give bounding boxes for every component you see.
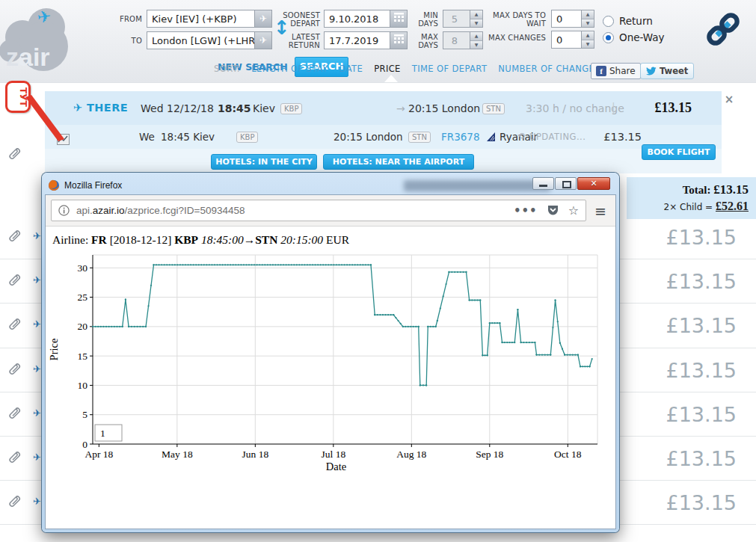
row-price: £13.15 [666,447,737,470]
arrive-airport-badge[interactable]: STN [482,103,505,114]
paperclip-icon[interactable] [6,273,22,289]
firefox-titlebar[interactable]: Mozilla Firefox ✕ [45,176,616,194]
latest-return-value[interactable]: 17.7.2019 [325,32,390,49]
depart-city: Kiev [253,102,275,114]
max-days-to-wait-label: MAX DAYS TO WAIT [492,11,546,28]
paperclip-icon[interactable] [6,406,22,422]
paperclip-icon[interactable] [6,494,22,511]
add-to-airport-icon[interactable]: ✈ [254,32,271,49]
to-field[interactable]: London [LGW] (+LHR ✈ [147,31,272,49]
from-value[interactable]: Kiev [IEV] (+KBP) [147,10,254,27]
url-text[interactable]: api.azair.io/azprice.fcgi?ID=50934458 [76,205,505,216]
to-value[interactable]: London [LGW] (+LHR [147,32,254,49]
max-days-spin-buttons[interactable]: ▲▼ [470,32,482,49]
chart-title-segment: STN [255,233,277,246]
min-days-spin-buttons[interactable]: ▲▼ [470,10,482,27]
url-domain: azair.io [93,205,125,216]
firefox-window[interactable]: Mozilla Firefox ✕ api.azair.io/azprice.f… [42,173,619,532]
tweet-button[interactable]: Tweet [640,63,694,79]
max-days-to-wait-stepper[interactable]: 0 ▲▼ [551,10,594,28]
maximize-button[interactable] [555,177,577,190]
sort-number-of-changes[interactable]: NUMBER OF CHANGES [498,64,600,74]
close-window-button[interactable]: ✕ [577,177,610,190]
changes-down-icon: ▼ [582,40,594,49]
add-from-airport-icon[interactable]: ✈ [254,10,271,27]
chart-title-segment: 20:15:00 [277,233,323,246]
min-days-stepper[interactable]: 5 ▲▼ [443,10,483,28]
oneway-radio[interactable] [603,32,614,43]
max-changes-label: MAX CHANGES [482,34,546,42]
detail-arrive-badge[interactable]: STN [408,132,431,143]
child-value[interactable]: £52.61 [716,200,749,212]
firefox-body: api.azair.io/azprice.fcgi?ID=50934458 ••… [45,194,616,529]
max-days-to-wait-spin-buttons[interactable]: ▲▼ [581,10,594,27]
active-sort-caret [384,75,398,82]
row-price: £13.15 [666,226,737,249]
sort-price[interactable]: PRICE [374,64,401,74]
row-price: £13.15 [666,314,737,337]
max-changes-spin-buttons[interactable]: ▲▼ [581,31,594,48]
to-label: TO [97,37,142,45]
paperclip-icon[interactable] [6,229,22,245]
soonest-depart-field[interactable]: 9.10.2018 [324,10,408,28]
permalink-chain-icon[interactable] [704,9,742,49]
book-flight-button[interactable]: BOOK FLIGHT [642,144,716,160]
sort-label: SORT: [214,64,240,74]
svg-text:15: 15 [78,351,88,362]
facebook-share-button[interactable]: f Share [591,63,641,79]
from-field[interactable]: Kiev [IEV] (+KBP) ✈ [147,10,272,28]
row-price: £13.15 [666,491,737,514]
menu-hamburger-icon[interactable]: ≡ [591,203,610,219]
max-changes-value[interactable]: 0 [552,31,581,48]
svg-text:Aug 18: Aug 18 [396,449,426,460]
minimize-button[interactable] [532,177,554,190]
paperclip-icon[interactable] [6,362,22,378]
return-radio[interactable] [603,16,614,27]
latest-return-field[interactable]: 17.7.2019 [324,31,408,49]
paperclip-icon[interactable] [6,147,22,166]
soonest-depart-value[interactable]: 9.10.2018 [325,10,390,27]
sort-length-of-stay[interactable]: LENGTH OF STAY [251,64,328,74]
return-calendar-icon[interactable] [390,32,407,49]
tyt-annotation-arrow [21,94,69,144]
glass-blur-artifact [404,180,550,191]
trip-type-return[interactable]: Return [603,15,653,27]
page-info-icon[interactable] [58,205,70,216]
depart-airport-badge[interactable]: KBP [280,103,302,114]
max-days-to-wait-value[interactable]: 0 [552,10,581,27]
row-plane-icon: ✈ [33,363,41,375]
max-changes-stepper[interactable]: 0 ▲▼ [551,31,594,49]
hotels-city-button[interactable]: HOTELS: IN THE CITY [211,154,317,170]
flight-number-link[interactable]: FR3678 [441,131,480,143]
row-plane-icon: ✈ [33,452,41,463]
flight-result-header-row[interactable]: ✈ THERE Wed 12/12/18 18:45 Kiev KBP → 20… [45,91,722,125]
azair-page: zair ✈ FROM Kiev [IEV] (+KBP) ✈ TO Londo… [0,0,756,542]
page-actions-icon[interactable]: ••• [514,204,538,218]
paperclip-icon[interactable] [6,317,22,333]
flight-detail-row[interactable]: We 18:45 Kiev KBP 20:15 London STN FR367… [45,125,722,149]
facebook-icon: f [596,66,606,76]
url-prefix: api. [76,205,93,216]
window-title: Mozilla Firefox [64,180,122,191]
url-bar[interactable]: api.azair.io/azprice.fcgi?ID=50934458 ••… [51,200,586,221]
min-days-value[interactable]: 5 [443,10,470,27]
paperclip-icon[interactable] [6,147,22,163]
max-days-stepper[interactable]: 8 ▲▼ [443,31,483,49]
detail-depart-badge[interactable]: KBP [236,132,258,143]
trip-type-oneway[interactable]: One-Way [603,31,665,43]
arrive-time: 20:15 [408,102,438,114]
row-plane-icon: ✈ [33,318,41,330]
sort-date[interactable]: DATE [339,64,363,74]
max-days-value[interactable]: 8 [443,32,470,49]
changes-up-icon: ▲ [582,31,594,40]
chart-title-segment: 18:45:00 [198,233,244,246]
bookmark-star-icon[interactable]: ☆ [568,203,579,218]
sort-time-of-depart[interactable]: TIME OF DEPART [412,64,488,74]
pocket-icon[interactable] [547,204,559,217]
paperclip-icon[interactable] [6,450,22,466]
svg-text:10: 10 [78,380,88,391]
hotels-airport-button[interactable]: HOTELS: NEAR THE AIRPORT [323,154,474,170]
depart-calendar-icon[interactable] [390,10,407,27]
max-days-label: MAX DAYS [410,33,438,49]
close-result-icon[interactable]: × [722,93,736,106]
